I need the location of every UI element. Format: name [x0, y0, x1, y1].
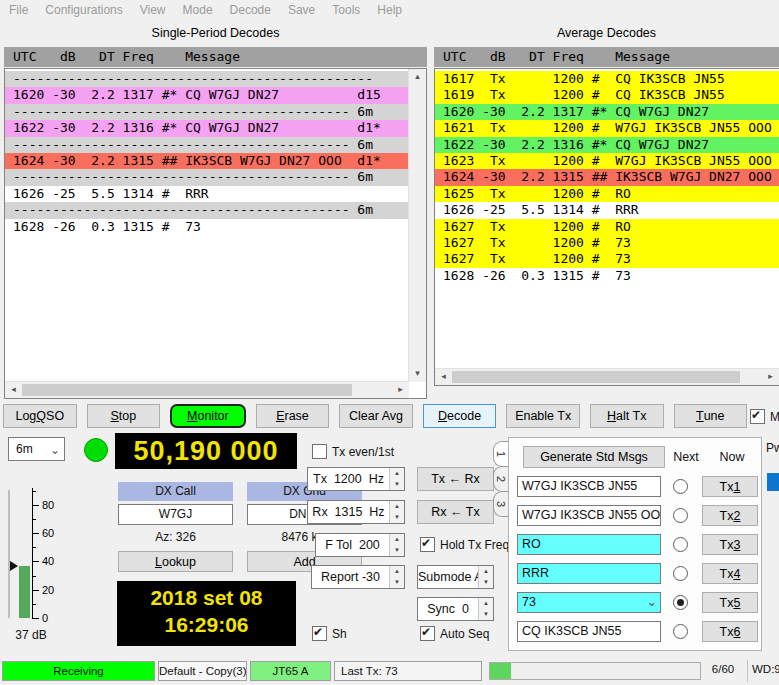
rx-freq-spinner[interactable]: Rx 1315 Hz ▲▼ [307, 500, 405, 524]
decode-row[interactable]: 1620 -30 2.2 1317 #* CQ W7GJ DN27 d15 [5, 87, 409, 103]
spin-up-icon[interactable]: ▲ [479, 598, 493, 609]
decode-row[interactable]: 1626 -25 5.5 1314 # RRR [435, 202, 779, 218]
next-radio-tx4[interactable] [673, 566, 688, 581]
menu-item-mode[interactable]: Mode [183, 3, 213, 17]
menu-item-help[interactable]: Help [377, 3, 402, 17]
decode-row[interactable]: 1627 Tx 1200 # 73 [435, 251, 779, 267]
tx-5-button[interactable]: Tx 5 [702, 592, 758, 613]
decode-row[interactable]: 1628 -26 0.3 1315 # 73 [435, 268, 779, 284]
menu-item-tools[interactable]: Tools [332, 3, 360, 17]
decode-row[interactable]: 1627 Tx 1200 # 73 [435, 235, 779, 251]
decode-row[interactable]: 1627 Tx 1200 # RO [435, 219, 779, 235]
spinner-arrows[interactable]: ▲▼ [389, 501, 404, 523]
scroll-down-icon[interactable]: ▾ [409, 366, 426, 382]
menu-item-file[interactable]: File [9, 3, 28, 17]
erase-button[interactable]: Erase [256, 404, 330, 428]
decode-row[interactable]: 1621 Tx 1200 # W7GJ IK3SCB JN55 OOO [435, 120, 779, 136]
scroll-left-icon[interactable]: ◂ [435, 369, 452, 385]
hold-tx-freq-checkbox[interactable]: Hold Tx Freq [420, 537, 509, 552]
dx-call-input[interactable]: W7GJ [118, 504, 233, 525]
menu-item-configurations[interactable]: Configurations [45, 3, 122, 17]
left-vertical-scrollbar[interactable]: ▴ ▾ [408, 69, 426, 382]
menu-item-save[interactable]: Save [288, 3, 315, 17]
report-spinner[interactable]: Report -30 ▲▼ [311, 565, 405, 589]
pwr-slider-handle[interactable] [767, 473, 779, 491]
menus-checkbox[interactable]: Menus [750, 409, 779, 424]
spin-down-icon[interactable]: ▼ [390, 577, 404, 588]
spin-down-icon[interactable]: ▼ [479, 609, 493, 620]
spinner-arrows[interactable]: ▲▼ [478, 598, 493, 620]
submode-spinner[interactable]: Submode A ▲▼ [417, 565, 494, 589]
decode-row[interactable]: 1624 -30 2.2 1315 ## IK3SCB W7GJ DN27 OO… [5, 153, 409, 169]
spin-down-icon[interactable]: ▼ [479, 577, 493, 588]
decode-row[interactable]: 1624 -30 2.2 1315 ## IK3SCB W7GJ DN27 OO… [435, 169, 779, 185]
tune-button[interactable]: Tune [674, 404, 748, 428]
spin-up-icon[interactable]: ▲ [390, 534, 404, 545]
next-radio-tx5[interactable] [673, 595, 688, 610]
auto-seq-checkbox[interactable]: Auto Seq [420, 626, 489, 641]
dropdown-arrow-icon[interactable]: ⌄ [647, 593, 657, 612]
ftol-spinner[interactable]: F Tol 200 ▲▼ [315, 533, 405, 557]
enable-tx-button[interactable]: Enable Tx [506, 404, 580, 428]
tx-1-button[interactable]: Tx 1 [702, 476, 758, 497]
tx-message-field-6[interactable]: CQ IK3SCB JN55 [517, 621, 661, 642]
next-radio-tx6[interactable] [673, 624, 688, 639]
monitor-button[interactable]: Monitor [170, 404, 246, 428]
tx-message-field-1[interactable]: W7GJ IK3SCB JN55 [517, 476, 661, 497]
left-horizontal-scrollbar[interactable]: ◂ ▸ [5, 381, 409, 398]
tx-2-button[interactable]: Tx 2 [702, 505, 758, 526]
decode-row[interactable]: 1625 Tx 1200 # RO [435, 186, 779, 202]
spinner-arrows[interactable]: ▲▼ [389, 566, 404, 588]
clear-avg-button[interactable]: Clear Avg [339, 404, 413, 428]
spinner-arrows[interactable]: ▲▼ [389, 468, 404, 490]
decode-row[interactable]: 1620 -30 2.2 1317 #* CQ W7GJ DN27 [435, 104, 779, 120]
spin-up-icon[interactable]: ▲ [390, 468, 404, 479]
scroll-right-icon[interactable]: ▸ [762, 369, 779, 385]
decode-row[interactable]: 1622 -30 2.2 1316 #* CQ W7GJ DN27 [435, 137, 779, 153]
msg-tab-3[interactable]: 3 [493, 491, 508, 517]
generate-std-msgs-button[interactable]: Generate Std Msgs [523, 446, 665, 468]
decode-row[interactable]: ----------------------------------------… [5, 71, 409, 87]
msg-tab-1[interactable]: 1 [493, 441, 508, 467]
sh-checkbox[interactable]: Sh [312, 626, 347, 641]
lookup-button[interactable]: Lookup [118, 551, 233, 572]
tx-message-field-4[interactable]: RRR [517, 563, 661, 584]
tx-freq-spinner[interactable]: Tx 1200 Hz ▲▼ [307, 467, 405, 491]
decode-row[interactable]: 1626 -25 5.5 1314 # RRR [5, 186, 409, 202]
tx-message-field-2[interactable]: W7GJ IK3SCB JN55 OOO [517, 505, 661, 526]
decode-row[interactable]: 1628 -26 0.3 1315 # 73 [5, 219, 409, 235]
scroll-left-icon[interactable]: ◂ [5, 382, 22, 398]
next-radio-tx2[interactable] [673, 508, 688, 523]
halt-tx-button[interactable]: Halt Tx [590, 404, 664, 428]
tx-6-button[interactable]: Tx 6 [702, 621, 758, 642]
decode-row[interactable]: ----------------------------------------… [5, 202, 409, 218]
stop-button[interactable]: Stop [87, 404, 161, 428]
decode-row[interactable]: 1623 Tx 1200 # W7GJ IK3SCB JN55 OOO [435, 153, 779, 169]
scrollbar-thumb[interactable] [22, 384, 352, 396]
decode-row[interactable]: ----------------------------------------… [5, 104, 409, 120]
tx-message-field-3[interactable]: RO [517, 534, 661, 555]
sync-spinner[interactable]: Sync 0 ▲▼ [417, 597, 494, 621]
next-radio-tx3[interactable] [673, 537, 688, 552]
next-radio-tx1[interactable] [673, 479, 688, 494]
scroll-up-icon[interactable]: ▴ [409, 69, 426, 85]
spin-down-icon[interactable]: ▼ [390, 479, 404, 490]
band-select[interactable]: 6m ⌄ [8, 437, 65, 461]
tx-from-rx-button[interactable]: Tx ← Rx [417, 467, 494, 491]
menu-item-view[interactable]: View [140, 3, 166, 17]
scroll-right-icon[interactable]: ▸ [392, 382, 409, 398]
tx-3-button[interactable]: Tx 3 [702, 534, 758, 555]
tx-message-field-5[interactable]: 73⌄ [517, 592, 661, 613]
spin-up-icon[interactable]: ▲ [390, 566, 404, 577]
tx-even-checkbox[interactable]: Tx even/1st [312, 444, 394, 459]
msg-tab-2[interactable]: 2 [493, 466, 508, 492]
scrollbar-thumb[interactable] [452, 371, 740, 383]
tx-4-button[interactable]: Tx 4 [702, 563, 758, 584]
decode-row[interactable]: 1622 -30 2.2 1316 #* CQ W7GJ DN27 d1* [5, 120, 409, 136]
spin-down-icon[interactable]: ▼ [390, 545, 404, 556]
decode-row[interactable]: ----------------------------------------… [5, 169, 409, 185]
spin-down-icon[interactable]: ▼ [390, 512, 404, 523]
decode-row[interactable]: ----------------------------------------… [5, 137, 409, 153]
spinner-arrows[interactable]: ▲▼ [389, 534, 404, 556]
decode-button[interactable]: Decode [423, 404, 497, 428]
